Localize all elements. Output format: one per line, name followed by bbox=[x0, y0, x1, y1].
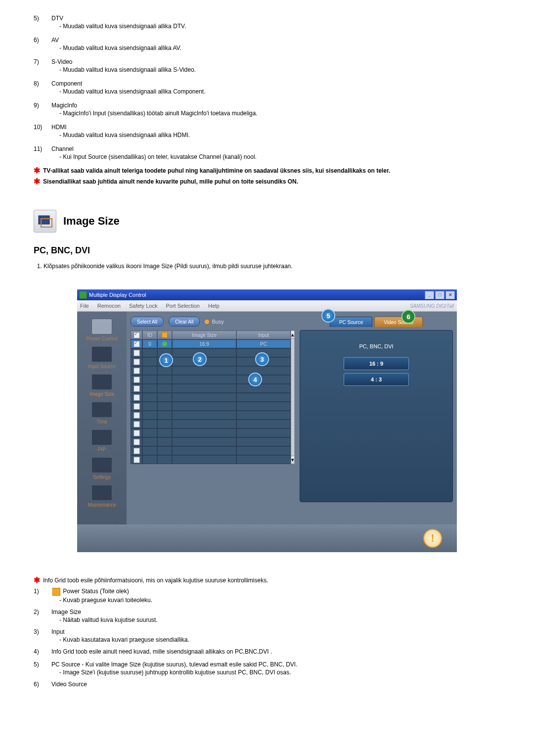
menu-port-selection[interactable]: Port Selection bbox=[166, 303, 199, 309]
item-desc: - Kuvab kasutatava kuvari praeguse sisen… bbox=[59, 636, 500, 643]
table-row[interactable] bbox=[131, 384, 291, 393]
item-desc: - Kui Input Source (sisendallikas) on te… bbox=[59, 153, 500, 160]
sidebar-item-power-control[interactable]: Power Control bbox=[77, 319, 127, 341]
item-number: 3) bbox=[34, 628, 51, 643]
col-checkbox[interactable] bbox=[131, 331, 142, 339]
list-item: 7)S-Video- Muudab valitud kuva sisendsig… bbox=[34, 58, 500, 73]
ratio-16-9-button[interactable]: 16 : 9 bbox=[344, 357, 409, 370]
bottom-list: 1) Power Status (Toite olek)- Kuvab prae… bbox=[34, 588, 500, 689]
item-desc: - Muudab valitud kuva sisendsignaali all… bbox=[59, 88, 500, 95]
table-row[interactable] bbox=[131, 375, 291, 384]
sidebar-item-input-source[interactable]: Input Source bbox=[77, 346, 127, 369]
item-title: Power Status (Toite olek) bbox=[51, 588, 500, 596]
svg-rect-0 bbox=[39, 216, 49, 224]
item-number: 8) bbox=[34, 80, 51, 95]
window-controls: _ □ ✕ bbox=[425, 291, 455, 299]
info-icon[interactable]: ! bbox=[423, 529, 442, 548]
busy-label: Busy bbox=[212, 319, 223, 325]
note: ✱Sisendiallikat saab juhtida ainult nend… bbox=[34, 178, 500, 185]
note: ✱Info Grid toob esile põhiinformatsiooni… bbox=[34, 577, 500, 584]
list-item: 2)Image Size- Näitab valitud kuva kujuti… bbox=[34, 609, 500, 623]
list-item: 11)Channel- Kui Input Source (sisendalli… bbox=[34, 145, 500, 160]
ratio-4-3-button[interactable]: 4 : 3 bbox=[344, 373, 409, 386]
item-number: 6) bbox=[34, 681, 51, 689]
list-item: 9)MagicInfo- MagicInfo'i Input (sisendal… bbox=[34, 102, 500, 117]
table-row[interactable] bbox=[131, 455, 291, 464]
close-button[interactable]: ✕ bbox=[445, 291, 455, 299]
list-item: 4)Info Grid toob esile ainult need kuvad… bbox=[34, 648, 500, 656]
col-id: ID bbox=[142, 331, 157, 339]
menu-remocon[interactable]: Remocon bbox=[97, 303, 121, 309]
maximize-button[interactable]: □ bbox=[435, 291, 445, 299]
tab-video-source[interactable]: Video Source bbox=[374, 317, 423, 327]
sidebar-item-settings[interactable]: Settings bbox=[77, 457, 127, 480]
cell-id: 0 bbox=[142, 339, 157, 348]
list-item: 6)Video Source bbox=[34, 681, 500, 689]
menu-safety-lock[interactable]: Safety Lock bbox=[129, 303, 157, 309]
item-number: 10) bbox=[34, 124, 51, 139]
time-icon bbox=[91, 402, 112, 418]
table-row[interactable] bbox=[131, 411, 291, 420]
table-row[interactable] bbox=[131, 366, 291, 375]
minimize-button[interactable]: _ bbox=[425, 291, 434, 299]
star-icon: ✱ bbox=[34, 577, 40, 584]
tab-pc-source[interactable]: PC Source bbox=[330, 317, 372, 327]
list-item: 8)Component- Muudab valitud kuva sisends… bbox=[34, 80, 500, 95]
col-power-icon bbox=[157, 331, 172, 339]
item-title: Channel bbox=[51, 145, 500, 152]
sidebar-item-maintenance[interactable]: Maintenance bbox=[77, 485, 127, 508]
item-number: 2) bbox=[34, 609, 51, 623]
clear-all-button[interactable]: Clear All bbox=[169, 317, 200, 327]
sidebar-item-label: Settings bbox=[77, 474, 127, 480]
power-control-icon bbox=[91, 319, 112, 334]
item-desc: - Näitab valitud kuva kujutise suurust. bbox=[59, 616, 500, 623]
busy-indicator: Busy bbox=[205, 319, 223, 325]
input-source-icon bbox=[91, 346, 112, 362]
sidebar-item-pip[interactable]: PIP bbox=[77, 429, 127, 452]
table-row[interactable] bbox=[131, 420, 291, 428]
menu-file[interactable]: File bbox=[80, 303, 89, 309]
star-icon: ✱ bbox=[34, 178, 40, 185]
item-desc: - Muudab valitud kuva sisendsignaali all… bbox=[59, 45, 500, 51]
note-text: Info Grid toob esile põhiinformatsiooni,… bbox=[43, 577, 268, 584]
menu-help[interactable]: Help bbox=[208, 303, 220, 309]
item-title: S-Video bbox=[51, 58, 500, 65]
item-desc: - MagicInfo'i Input (sisendallikas) tööt… bbox=[59, 110, 500, 117]
item-title: Input bbox=[51, 628, 500, 635]
table-row[interactable] bbox=[131, 437, 291, 446]
footer-bar: ! bbox=[77, 524, 457, 552]
item-desc: - Muudab valitud kuva sisendsignaali all… bbox=[59, 132, 500, 139]
star-icon: ✱ bbox=[34, 167, 40, 174]
table-row[interactable]: 0 16:9 PC bbox=[131, 339, 291, 348]
cell-image-size: 16:9 bbox=[172, 339, 236, 348]
row-checkbox[interactable] bbox=[134, 341, 140, 347]
item-title: Image Size bbox=[51, 609, 500, 615]
item-number: 5) bbox=[34, 15, 51, 30]
step-text: Klõpsates põhiikoonide valikus ikooni Im… bbox=[44, 263, 500, 270]
table-row[interactable] bbox=[131, 393, 291, 402]
table-row[interactable] bbox=[131, 428, 291, 437]
list-item: 6)AV- Muudab valitud kuva sisendsignaali… bbox=[34, 37, 500, 51]
table-row[interactable] bbox=[131, 357, 291, 366]
section-title: Image Size bbox=[63, 215, 120, 228]
list-item: 5)DTV- Muudab valitud kuva sisendsignaal… bbox=[34, 15, 500, 30]
item-number: 5) bbox=[34, 661, 51, 676]
step-list: Klõpsates põhiikoonide valikus ikooni Im… bbox=[34, 263, 500, 270]
table-row[interactable] bbox=[131, 348, 291, 357]
list-item: 5)PC Source - Kui valite Image Size (kuj… bbox=[34, 661, 500, 676]
note-text: TV-allikat saab valida ainult teleriga t… bbox=[43, 167, 390, 174]
note-text: Sisendiallikat saab juhtida ainult nende… bbox=[43, 178, 298, 185]
sidebar-item-time[interactable]: Time bbox=[77, 402, 127, 425]
pip-icon bbox=[91, 429, 112, 445]
sidebar-item-image-size[interactable]: Image Size bbox=[77, 374, 127, 397]
list-item: 3)Input- Kuvab kasutatava kuvari praegus… bbox=[34, 628, 500, 643]
window-title: Multiple Display Control bbox=[89, 292, 146, 298]
select-all-button[interactable]: Select All bbox=[131, 317, 164, 327]
table-row[interactable] bbox=[131, 446, 291, 455]
screenshot: Multiple Display Control _ □ ✕ File Remo… bbox=[34, 289, 500, 552]
list-item: 1) Power Status (Toite olek)- Kuvab prae… bbox=[34, 588, 500, 604]
sidebar-item-label: Power Control bbox=[77, 336, 127, 341]
sidebar-item-label: Maintenance bbox=[77, 502, 127, 508]
table-row[interactable] bbox=[131, 402, 291, 411]
menubar: File Remocon Safety Lock Port Selection … bbox=[77, 300, 457, 312]
